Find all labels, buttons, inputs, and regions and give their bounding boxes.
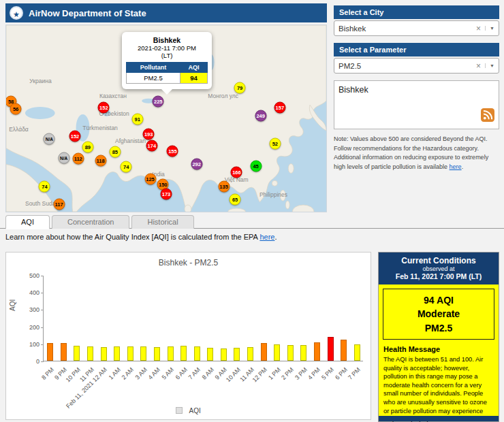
aqi-map-marker[interactable]: 89 xyxy=(82,142,93,153)
aqi-bar[interactable] xyxy=(101,347,107,361)
popup-lt: (LT) xyxy=(126,52,208,59)
aqi-bar[interactable] xyxy=(127,346,133,361)
legend-label: AQI xyxy=(189,407,201,415)
city-clear-icon[interactable]: × xyxy=(476,24,481,33)
note-text: Note: Values above 500 are considered Be… xyxy=(334,135,499,172)
aqi-map-marker[interactable]: 56 xyxy=(10,103,22,115)
chart-legend: AQI xyxy=(6,404,371,416)
aqi-map-marker[interactable]: 74 xyxy=(121,161,132,173)
note-here-link[interactable]: here xyxy=(450,163,462,170)
aqi-map-marker[interactable]: 91 xyxy=(131,114,143,125)
parameter-select-value: PM2.5 xyxy=(338,62,476,70)
y-tick-mark xyxy=(41,293,44,293)
parameter-chevron-down-icon[interactable]: ▼ xyxy=(485,63,494,68)
tab-bar: AQI Concentration Historical xyxy=(5,215,196,229)
aqi-map-marker[interactable]: 79 xyxy=(234,82,246,93)
chart-title: Bishkek - PM2.5 xyxy=(6,253,371,267)
aqi-bar[interactable] xyxy=(87,346,93,361)
aqi-map-marker[interactable]: 52 xyxy=(269,137,281,149)
cc-category: Moderate xyxy=(385,307,492,321)
y-tick-mark xyxy=(41,310,44,310)
map-country-label: Ελλάδα xyxy=(9,126,29,133)
aqi-map-marker[interactable]: 65 xyxy=(230,194,241,206)
parameter-select[interactable]: PM2.5 × ▼ xyxy=(334,58,499,74)
aqi-map-marker[interactable]: 292 xyxy=(191,159,202,170)
cc-title: Current Conditions xyxy=(380,256,497,265)
aqi-map-marker[interactable]: 152 xyxy=(98,101,110,113)
aqi-bar[interactable] xyxy=(274,344,280,361)
aqi-bar[interactable] xyxy=(154,347,160,361)
aqi-bar[interactable] xyxy=(180,346,187,361)
cc-aqi-box: 94 AQI Moderate PM2.5 xyxy=(383,289,494,340)
aqi-map-marker[interactable]: 125 xyxy=(144,174,156,185)
city-chevron-down-icon[interactable]: ▼ xyxy=(485,26,494,31)
aqi-map-marker[interactable]: 74 xyxy=(39,181,50,193)
aqi-map-marker[interactable]: 174 xyxy=(146,140,157,151)
aqi-bar[interactable] xyxy=(140,346,146,361)
y-tick-mark xyxy=(41,276,44,276)
aqi-bar[interactable] xyxy=(221,348,227,361)
aqi-map[interactable]: РоссияУкраинаКазахстанМонгол улсO'zbekis… xyxy=(5,25,327,212)
aqi-map-marker[interactable]: 45 xyxy=(250,160,262,172)
tab-concentration[interactable]: Concentration xyxy=(52,215,130,229)
aqi-bar[interactable] xyxy=(74,346,80,361)
aqi-bar[interactable] xyxy=(300,345,306,361)
aqi-bar[interactable] xyxy=(114,346,120,361)
aqi-bar[interactable] xyxy=(47,343,53,361)
aqi-map-marker[interactable]: 193 xyxy=(143,129,155,140)
aqi-map-marker[interactable]: 112 xyxy=(72,152,84,164)
aqi-bar[interactable] xyxy=(247,347,253,361)
popup-city: Bishkek xyxy=(126,36,208,44)
tab-historical[interactable]: Historical xyxy=(131,215,193,229)
parameter-clear-icon[interactable]: × xyxy=(476,61,481,71)
aqi-map-marker[interactable]: 173 xyxy=(161,188,172,199)
aqi-bar[interactable] xyxy=(314,342,320,361)
aqi-bar[interactable] xyxy=(168,346,174,361)
select-parameter-header: Select a Parameter xyxy=(334,43,499,56)
aqi-map-marker[interactable]: 225 xyxy=(153,96,164,108)
map-country-label: Afghanistan xyxy=(115,137,146,144)
aqi-bar[interactable] xyxy=(341,340,347,361)
map-country-label: Монгол улс xyxy=(208,93,238,99)
aqi-bar[interactable] xyxy=(61,343,67,361)
map-country-label: Казахстан xyxy=(99,93,127,99)
y-tick-mark xyxy=(41,327,44,328)
epa-here-link[interactable]: here xyxy=(259,233,274,241)
y-tick-mark xyxy=(41,361,44,362)
aqi-map-marker[interactable]: 152 xyxy=(69,131,81,142)
popup-pollutant-value: PM2.5 xyxy=(127,73,180,84)
aqi-map-marker[interactable]: 166 xyxy=(231,167,242,178)
aqi-bar[interactable] xyxy=(354,344,360,361)
popup-datetime: 2021-02-11 7:00 PM xyxy=(126,44,208,52)
cc-datetime: Feb 11, 2021 7:00 PM (LT) xyxy=(380,272,497,280)
aqi-bar[interactable] xyxy=(261,343,267,361)
y-tick-label: 300 xyxy=(19,306,40,313)
aqi-map-marker[interactable]: 135 xyxy=(218,181,230,193)
cc-observed: observed at xyxy=(380,265,497,272)
aqi-map-marker[interactable]: 85 xyxy=(109,146,121,158)
aqi-map-marker[interactable]: N/A xyxy=(44,133,55,145)
tab-aqi[interactable]: AQI xyxy=(5,215,50,229)
city-select[interactable]: Bishkek × ▼ xyxy=(334,20,499,36)
aqi-map-marker[interactable]: 118 xyxy=(95,155,106,166)
aqi-map-marker[interactable]: 155 xyxy=(167,145,178,157)
aqi-bar[interactable] xyxy=(207,348,213,361)
cc-pollutant: PM2.5 xyxy=(385,321,492,335)
health-message-text: The AQI is between 51 and 100. Air quali… xyxy=(379,355,499,422)
aqi-bar[interactable] xyxy=(194,346,200,361)
aqi-map-marker[interactable]: 157 xyxy=(274,101,285,113)
current-conditions-panel: Current Conditions observed at Feb 11, 2… xyxy=(378,252,499,422)
rss-feed-icon[interactable] xyxy=(481,108,494,125)
aqi-bar[interactable] xyxy=(234,348,240,361)
aqi-bar[interactable] xyxy=(328,337,334,361)
aqi-map-marker[interactable]: 249 xyxy=(255,110,266,121)
map-popup: Bishkek 2021-02-11 7:00 PM (LT) Pollutan… xyxy=(122,32,212,89)
map-country-label: Türkmenistan xyxy=(82,125,118,131)
aqi-bar[interactable] xyxy=(287,345,294,361)
aqi-map-marker[interactable]: 117 xyxy=(53,199,65,210)
map-country-label: Philippines xyxy=(259,191,287,198)
popup-table: Pollutant AQI PM2.5 94 xyxy=(126,62,208,84)
aqi-map-marker[interactable]: N/A xyxy=(58,152,69,163)
popup-col-aqi: AQI xyxy=(180,63,208,73)
chart-plot-area: 0100200300400500 8 PM9 PM10 PM11 PMFeb 1… xyxy=(43,276,363,361)
